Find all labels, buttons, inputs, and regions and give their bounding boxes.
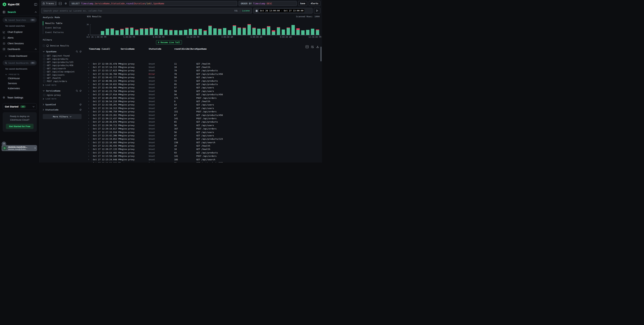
table-row[interactable]: ›Oct 27 12:32:18.313 PMnginx-proxyUnset4…: [85, 106, 322, 110]
column-header[interactable]: ServiceName: [121, 48, 149, 50]
chevron-down-icon[interactable]: [43, 90, 45, 91]
table-row[interactable]: ›Oct 27 12:10:53.155 PMnginx-proxyUnset7…: [85, 161, 322, 162]
histogram-bar[interactable]: [296, 24, 300, 35]
row-expand-chevron-icon[interactable]: ›: [88, 80, 92, 82]
histogram-bar[interactable]: [188, 24, 193, 35]
lucene-mode-toggle[interactable]: Lucene: [242, 9, 250, 12]
checkbox[interactable]: [43, 64, 45, 66]
row-expand-chevron-icon[interactable]: ›: [88, 66, 92, 68]
sidebar-preset-clickhouse[interactable]: ClickHouse: [0, 76, 40, 81]
chevron-right-icon[interactable]: [43, 104, 44, 105]
table-row[interactable]: ›Oct 27 12:44:10.832 PMnginx-proxyUnset9…: [85, 82, 322, 86]
histogram-bar[interactable]: [237, 24, 242, 35]
histogram-bar[interactable]: [115, 24, 120, 35]
histogram-bar[interactable]: [193, 24, 198, 35]
table-row[interactable]: ›Oct 27 12:43:59.465 PMnginx-proxyUnset5…: [85, 86, 322, 89]
histogram-bar[interactable]: [100, 24, 105, 35]
row-expand-chevron-icon[interactable]: ›: [88, 73, 92, 75]
save-button[interactable]: Save: [298, 1, 307, 6]
histogram-bar[interactable]: [168, 24, 173, 35]
histogram-bar[interactable]: [149, 24, 154, 35]
histogram-bar[interactable]: [105, 24, 110, 35]
histogram-bar[interactable]: [281, 24, 286, 35]
chevron-up-icon[interactable]: [35, 48, 37, 50]
table-row[interactable]: ›Oct 27 12:25:42.306 PMnginx-proxyUnset4…: [85, 134, 322, 137]
histogram-bar[interactable]: [208, 24, 212, 35]
denoise-results-checkbox[interactable]: Denoise Results: [43, 44, 82, 48]
date-range-picker[interactable]: Oct 26 13:00:00 - Oct 27 13:00:00: [253, 8, 312, 13]
histogram-bar[interactable]: [252, 24, 256, 35]
checkbox[interactable]: [43, 58, 45, 60]
histogram-bar[interactable]: [139, 24, 144, 35]
filter-group-header-spankind[interactable]: SpanKind: [43, 103, 82, 106]
row-expand-chevron-icon[interactable]: ›: [88, 134, 92, 137]
checkbox[interactable]: [43, 67, 45, 70]
table-row[interactable]: ›Oct 27 12:40:27.016 PMnginx-proxyUnset5…: [85, 93, 322, 96]
table-row[interactable]: ›Oct 27 12:27:33.918 PMnginx-proxyUnset5…: [85, 130, 322, 134]
checkbox[interactable]: [43, 77, 45, 79]
filter-group-header-servicename[interactable]: ServiceName: [43, 89, 82, 92]
sidebar-item-dashboards[interactable]: Dashboards: [0, 46, 40, 52]
row-expand-chevron-icon[interactable]: ›: [88, 90, 92, 92]
row-expand-chevron-icon[interactable]: ›: [88, 86, 92, 89]
histogram-bar[interactable]: [154, 24, 159, 35]
table-row[interactable]: ›Oct 27 12:59:35.478 PMnginx-proxyUnset1…: [85, 62, 322, 65]
histogram-bar[interactable]: [164, 24, 168, 35]
histogram-bar[interactable]: [173, 24, 178, 35]
histogram-bar[interactable]: [300, 24, 305, 35]
sidebar-preset-kubernetes[interactable]: Kubernetes: [0, 86, 40, 91]
histogram-bar[interactable]: [183, 24, 188, 35]
more-filters-button[interactable]: More filters: [43, 114, 82, 119]
pin-icon[interactable]: [79, 50, 82, 53]
table-row[interactable]: ›Oct 27 12:51:36.784 PMnginx-proxyError7…: [85, 72, 322, 76]
sidebar-item-chart-explorer[interactable]: Chart Explorer: [0, 29, 40, 35]
row-expand-chevron-icon[interactable]: ›: [88, 97, 92, 99]
column-header[interactable]: StatusCode: [149, 48, 174, 50]
histogram-bar[interactable]: [232, 24, 237, 35]
histogram-bar[interactable]: [110, 24, 115, 35]
histogram-bar[interactable]: [159, 24, 164, 35]
histogram-bar[interactable]: [124, 24, 129, 35]
source-settings-gear-icon[interactable]: ⚙: [64, 1, 68, 6]
row-expand-chevron-icon[interactable]: ›: [88, 114, 92, 116]
histogram-bar[interactable]: [315, 24, 320, 35]
filter-option[interactable]: GET /api/not-found: [43, 54, 82, 57]
sidebar-item-client-sessions[interactable]: Client Sessions: [0, 40, 40, 46]
row-expand-chevron-icon[interactable]: ›: [88, 155, 92, 157]
saved-searches-input[interactable]: Saved Searches ⌘K: [3, 17, 37, 22]
table-scrollbar[interactable]: [320, 47, 322, 61]
row-expand-chevron-icon[interactable]: ›: [88, 117, 92, 120]
column-header[interactable]: SpanName: [196, 48, 322, 50]
sidebar-item-alerts[interactable]: Alerts: [0, 35, 40, 40]
row-expand-chevron-icon[interactable]: ›: [88, 128, 92, 130]
table-row[interactable]: ›Oct 27 12:13:59.180 PMnginx-proxyUnset1…: [85, 154, 322, 158]
row-expand-chevron-icon[interactable]: ›: [88, 124, 92, 126]
histogram-bar[interactable]: [203, 24, 208, 35]
row-expand-chevron-icon[interactable]: ›: [88, 100, 92, 102]
sidebar-item-search[interactable]: Search: [0, 9, 40, 15]
table-row[interactable]: ›Oct 27 12:30:23.261 PMnginx-proxyUnset6…: [85, 113, 322, 117]
table-row[interactable]: ›Oct 27 12:53:17.623 PMnginx-proxyUnset7…: [85, 69, 322, 72]
table-row[interactable]: ›Oct 27 12:29:30.712 PMnginx-proxyUnset5…: [85, 124, 322, 127]
chevron-up-icon[interactable]: [35, 11, 37, 13]
histogram-bar[interactable]: [222, 24, 227, 35]
histogram-bar[interactable]: [227, 24, 232, 35]
filter-option[interactable]: GET /api/products/123: [43, 60, 82, 64]
user-menu[interactable]: D dominic.tran@clic... dominic.tran@clic…: [2, 145, 37, 151]
row-expand-chevron-icon[interactable]: ›: [88, 162, 92, 162]
checkbox[interactable]: [43, 94, 45, 96]
create-dashboard-button[interactable]: + Create Dashboard: [0, 53, 40, 58]
filter-option[interactable]: GET /api/slow-endpoint: [43, 70, 82, 73]
lucene-search-input[interactable]: Search your events w/ Lucene ex. column:…: [41, 8, 252, 13]
table-row[interactable]: ›Oct 27 12:21:36.435 PMnginx-proxyUnset1…: [85, 144, 322, 147]
pin-icon[interactable]: [79, 103, 82, 106]
histogram-bar[interactable]: [178, 24, 183, 35]
histogram-plot[interactable]: [90, 24, 320, 35]
checkbox[interactable]: [43, 55, 45, 57]
row-expand-chevron-icon[interactable]: ›: [88, 148, 92, 150]
row-expand-chevron-icon[interactable]: ›: [88, 121, 92, 123]
filter-option[interactable]: GET /api/users: [43, 73, 82, 76]
row-expand-chevron-icon[interactable]: ›: [88, 151, 92, 154]
row-expand-chevron-icon[interactable]: ›: [88, 93, 92, 96]
filter-option[interactable]: GET /api/products/456: [43, 64, 82, 67]
